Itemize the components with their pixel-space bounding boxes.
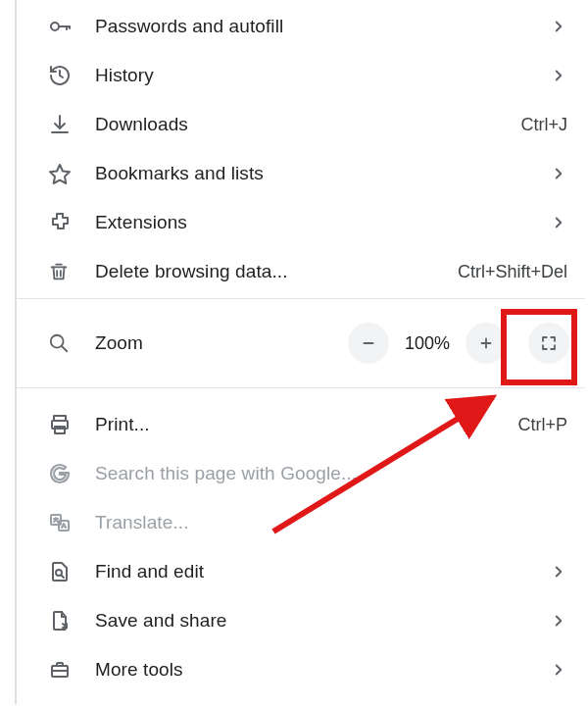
- menu-item-history[interactable]: History: [17, 51, 585, 100]
- toolbox-icon: [48, 658, 95, 682]
- google-icon: [48, 462, 95, 485]
- menu-item-search-google[interactable]: Search this page with Google...: [17, 449, 585, 498]
- find-page-icon: [48, 560, 95, 583]
- svg-line-13: [62, 576, 65, 579]
- menu-label: Search this page with Google...: [95, 463, 567, 484]
- menu-item-delete-browsing-data[interactable]: Delete browsing data... Ctrl+Shift+Del: [17, 247, 585, 296]
- translate-icon: [48, 511, 95, 534]
- print-icon: [48, 413, 95, 436]
- chevron-right-icon: [550, 661, 567, 679]
- save-share-icon: [48, 609, 95, 633]
- menu-item-find-edit[interactable]: Find and edit: [17, 547, 585, 596]
- shortcut-label: Ctrl+Shift+Del: [458, 262, 567, 282]
- chevron-right-icon: [550, 67, 567, 84]
- annotation-highlight-box: [501, 309, 577, 385]
- menu-label: History: [95, 65, 550, 86]
- menu-label: Save and share: [95, 610, 550, 632]
- shortcut-label: Ctrl+J: [520, 115, 567, 135]
- key-icon: [48, 15, 95, 38]
- history-icon: [48, 64, 95, 87]
- svg-marker-1: [50, 165, 70, 183]
- menu-item-translate[interactable]: Translate...: [17, 498, 585, 547]
- menu-item-extensions[interactable]: Extensions: [17, 198, 585, 247]
- shortcut-label: Ctrl+P: [517, 415, 567, 435]
- puzzle-icon: [48, 211, 95, 234]
- menu-item-passwords[interactable]: Passwords and autofill: [17, 2, 585, 51]
- star-icon: [48, 162, 95, 185]
- menu-item-print[interactable]: Print... Ctrl+P: [17, 400, 585, 449]
- chevron-right-icon: [550, 563, 567, 581]
- trash-icon: [48, 261, 95, 282]
- chevron-right-icon: [550, 214, 567, 231]
- download-icon: [48, 113, 95, 136]
- menu-label: More tools: [95, 659, 550, 681]
- menu-label: Translate...: [95, 512, 567, 533]
- zoom-out-button[interactable]: [348, 323, 389, 364]
- menu-label: Extensions: [95, 212, 550, 233]
- menu-item-bookmarks[interactable]: Bookmarks and lists: [17, 149, 585, 198]
- zoom-value: 100%: [393, 333, 462, 354]
- chevron-right-icon: [550, 165, 567, 182]
- browser-menu: Passwords and autofill History Downloads…: [15, 0, 585, 704]
- svg-line-3: [62, 346, 68, 352]
- menu-label: Delete browsing data...: [95, 261, 458, 282]
- separator: [17, 298, 585, 299]
- menu-label: Print...: [95, 414, 517, 435]
- menu-item-downloads[interactable]: Downloads Ctrl+J: [17, 100, 585, 149]
- menu-item-save-share[interactable]: Save and share: [17, 596, 585, 645]
- menu-item-zoom: Zoom 100%: [17, 301, 585, 385]
- menu-label: Zoom: [95, 332, 344, 354]
- svg-point-0: [51, 23, 59, 30]
- zoom-icon: [48, 332, 95, 354]
- menu-item-more-tools[interactable]: More tools: [17, 645, 585, 694]
- menu-label: Passwords and autofill: [95, 16, 550, 37]
- menu-label: Downloads: [95, 114, 520, 135]
- separator: [17, 387, 585, 388]
- menu-label: Bookmarks and lists: [95, 163, 550, 184]
- menu-label: Find and edit: [95, 561, 550, 582]
- chevron-right-icon: [550, 612, 567, 630]
- chevron-right-icon: [550, 18, 567, 35]
